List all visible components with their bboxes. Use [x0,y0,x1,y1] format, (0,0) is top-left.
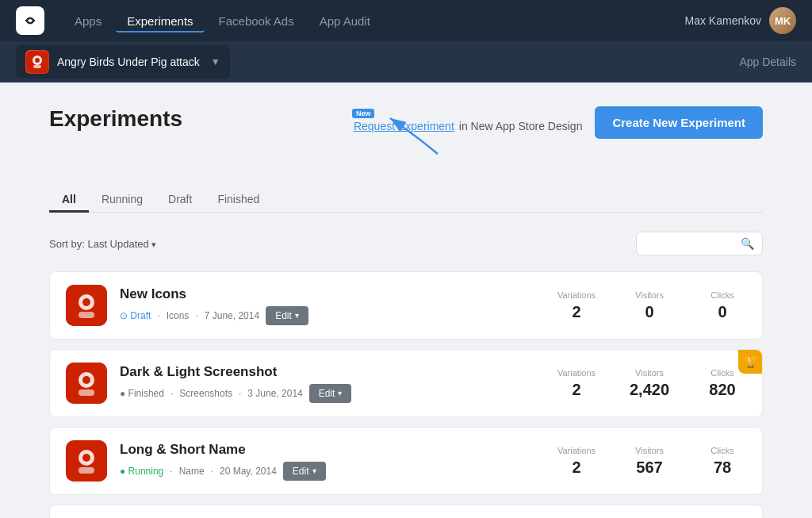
svg-point-2 [35,58,40,63]
svg-point-11 [82,376,90,384]
search-input[interactable] [645,238,741,250]
create-experiment-button[interactable]: Create New Experiment [595,106,763,139]
experiment-meta: ● Finished · Screenshots · 3 June, 2014 … [120,384,540,403]
visitors-label: Visitors [626,290,673,300]
sub-nav-left: Angry Birds Under Pig attack ▼ [16,45,230,79]
nav-apps[interactable]: Apps [63,10,113,33]
main-content: Experiments New Request Experiment in Ne… [17,82,795,518]
svg-rect-8 [79,312,94,318]
tab-draft[interactable]: Draft [155,186,205,212]
variations-value: 2 [553,459,600,477]
experiment-meta: ● Running · Name · 20 May, 2014 Edit ▾ [120,462,540,481]
separator: · [239,388,241,399]
experiment-date: 3 June, 2014 [247,388,302,399]
nav-app-audit[interactable]: App Audit [308,10,381,33]
visitors-stat: Visitors 2,420 [626,368,673,399]
visitors-label: Visitors [626,446,673,455]
table-row: New Icons ⊙ Draft · Icons · 7 June, 2014… [49,271,763,340]
tabs: All Running Draft Finished [49,186,763,213]
table-row: Free & 0,5$ ● Running · Screenshots · 7 … [49,505,763,518]
search-box[interactable]: 🔍 [636,232,763,255]
avatar[interactable]: MK [769,7,796,34]
experiment-stats: Variations 2 Visitors 2,420 Clicks 820 [553,368,746,399]
status-badge: ● Running [120,465,163,478]
table-row: Dark & Light Screenshot ● Finished · Scr… [49,349,763,417]
app-chevron-icon: ▼ [211,56,220,67]
visitors-stat: Visitors 567 [626,446,673,477]
nav-links: Apps Experiments Facebook Ads App Audit [63,10,685,33]
variations-value: 2 [553,381,600,399]
experiment-icon [66,440,107,482]
experiment-name: Long & Short Name [120,442,540,458]
edit-button[interactable]: Edit ▾ [283,462,326,481]
variations-label: Variations [553,290,600,300]
sort-label: Sort by: [49,238,85,250]
app-selector[interactable]: Angry Birds Under Pig attack ▼ [16,45,230,79]
clicks-value: 0 [699,303,746,321]
variations-stat: Variations 2 [553,446,600,477]
edit-chevron-icon: ▾ [295,311,299,320]
logo[interactable] [16,6,44,35]
table-row: Long & Short Name ● Running · Name · 20 … [49,427,763,495]
clicks-value: 78 [699,459,746,477]
nav-experiments[interactable]: Experiments [116,10,204,33]
visitors-value: 567 [626,459,673,477]
sort-value: Last Updated [87,238,148,250]
svg-point-15 [82,454,90,462]
experiment-name: New Icons [120,286,540,302]
experiment-date: 7 June, 2014 [205,310,259,321]
app-details-link[interactable]: App Details [739,56,796,68]
experiment-name: Dark & Light Screenshot [120,364,540,380]
svg-rect-3 [33,65,41,68]
experiment-type: Name [179,466,205,477]
experiment-meta: ⊙ Draft · Icons · 7 June, 2014 Edit ▾ [120,306,540,325]
experiment-stats: Variations 2 Visitors 567 Clicks 78 [553,446,746,477]
user-name: Max Kamenkov [685,14,761,27]
clicks-stat: Clicks 78 [699,446,746,477]
separator: · [170,466,172,477]
sort-chevron-icon: ▾ [151,240,156,249]
clicks-label: Clicks [699,446,746,455]
edit-button[interactable]: Edit ▾ [309,384,352,403]
separator: · [170,388,173,399]
clicks-value: 820 [699,381,746,399]
tab-running[interactable]: Running [89,186,155,212]
experiment-icon [66,285,107,326]
svg-point-7 [82,298,90,306]
sort-control[interactable]: Sort by: Last Updated ▾ [49,238,156,250]
edit-chevron-icon: ▾ [338,389,342,397]
experiment-date: 20 May, 2014 [220,466,277,477]
tab-all[interactable]: All [49,186,89,212]
search-icon: 🔍 [741,237,754,250]
status-badge: ● Finished [120,387,164,400]
visitors-value: 0 [626,303,673,321]
experiment-info: Dark & Light Screenshot ● Finished · Scr… [120,364,540,403]
nav-user: Max Kamenkov MK [685,7,796,34]
variations-label: Variations [553,368,600,378]
visitors-stat: Visitors 0 [626,290,673,321]
separator: · [195,310,197,321]
edit-button[interactable]: Edit ▾ [266,306,308,325]
variations-value: 2 [553,303,600,321]
top-nav: Apps Experiments Facebook Ads App Audit … [0,0,812,41]
tab-finished[interactable]: Finished [205,186,272,212]
nav-facebook-ads[interactable]: Facebook Ads [208,10,305,33]
header-actions: New Request Experiment in New App Store … [354,106,763,174]
clicks-stat: Clicks 0 [699,290,746,321]
controls-bar: Sort by: Last Updated ▾ 🔍 [49,232,763,255]
app-name: Angry Birds Under Pig attack [57,56,200,68]
experiment-info: Long & Short Name ● Running · Name · 20 … [120,442,540,481]
separator: · [211,466,213,477]
app-icon [25,50,49,74]
variations-stat: Variations 2 [553,290,600,321]
experiment-icon [66,363,107,404]
sub-nav: Angry Birds Under Pig attack ▼ App Detai… [0,41,812,82]
trophy-badge: 🏆 [738,350,762,374]
edit-chevron-icon: ▾ [312,466,316,475]
experiment-list: New Icons ⊙ Draft · Icons · 7 June, 2014… [49,271,763,518]
variations-label: Variations [553,446,600,455]
clicks-label: Clicks [699,290,746,300]
experiment-info: New Icons ⊙ Draft · Icons · 7 June, 2014… [120,286,540,325]
variations-stat: Variations 2 [553,368,600,399]
status-badge: ⊙ Draft [120,309,151,322]
